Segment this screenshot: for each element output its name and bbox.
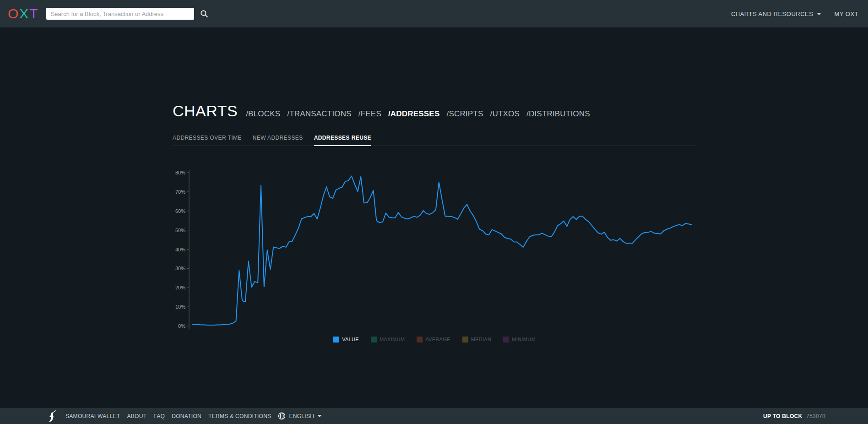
legend-swatch-value — [333, 337, 339, 342]
globe-icon — [278, 412, 286, 420]
section-link-scripts[interactable]: /SCRIPTS — [446, 109, 483, 119]
footer-link-about[interactable]: ABOUT — [127, 413, 146, 419]
logo-letter-o: O — [8, 6, 19, 21]
legend-item-average[interactable]: AVERAGE — [417, 337, 450, 342]
charts-and-resources-label: CHARTS AND RESOURCES — [731, 11, 814, 17]
legend-label-average: AVERAGE — [425, 337, 450, 342]
tab-addresses-reuse[interactable]: ADDRESSES REUSE — [314, 135, 371, 146]
legend-swatch-median — [462, 337, 468, 342]
legend-swatch-minimum — [503, 337, 509, 342]
line-chart-canvas[interactable]: 0%10%20%30%40%50%60%70%80% — [173, 164, 696, 334]
addresses-reuse-chart: 0%10%20%30%40%50%60%70%80% VALUE MAXIMUM… — [173, 164, 696, 342]
legend-label-value: VALUE — [342, 337, 359, 342]
search-input[interactable] — [46, 8, 194, 20]
oxt-logo[interactable]: OXT — [8, 7, 39, 21]
legend-item-median[interactable]: MEDIAN — [462, 337, 492, 342]
legend-label-minimum: MINIMUM — [512, 337, 536, 342]
language-label: ENGLISH — [289, 413, 314, 419]
footer-link-donation[interactable]: DONATION — [172, 413, 201, 419]
legend-label-maximum: MAXIMUM — [380, 337, 405, 342]
svg-text:50%: 50% — [175, 227, 185, 233]
main-content: CHARTS /BLOCKS /TRANSACTIONS /FEES /ADDR… — [0, 27, 868, 408]
section-link-utxos[interactable]: /UTXOS — [490, 109, 520, 119]
legend-swatch-average — [417, 337, 423, 342]
logo-letter-t: T — [29, 6, 38, 21]
svg-text:0%: 0% — [178, 323, 185, 329]
addresses-tabs: ADDRESSES OVER TIME NEW ADDRESSES ADDRES… — [173, 135, 696, 146]
section-link-addresses[interactable]: /ADDRESSES — [388, 109, 440, 119]
search-icon[interactable] — [200, 9, 209, 18]
svg-text:70%: 70% — [175, 189, 185, 194]
svg-text:80%: 80% — [175, 170, 185, 175]
legend-label-median: MEDIAN — [471, 337, 492, 342]
logo-letter-x: X — [19, 6, 29, 21]
footer-link-terms-conditions[interactable]: TERMS & CONDITIONS — [208, 413, 271, 419]
svg-text:40%: 40% — [175, 246, 185, 252]
charts-title-row: CHARTS /BLOCKS /TRANSACTIONS /FEES /ADDR… — [173, 102, 696, 120]
samourai-wallet-icon[interactable] — [47, 410, 57, 422]
chart-section-nav: /BLOCKS /TRANSACTIONS /FEES /ADDRESSES /… — [246, 109, 590, 119]
language-chevron-down-icon — [317, 415, 322, 417]
legend-swatch-maximum — [371, 337, 377, 342]
section-link-transactions[interactable]: /TRANSACTIONS — [287, 109, 352, 119]
charts-and-resources-menu[interactable]: CHARTS AND RESOURCES — [731, 11, 822, 17]
svg-text:10%: 10% — [175, 304, 185, 310]
footer-link-samourai-wallet[interactable]: SAMOURAI WALLET — [65, 413, 120, 419]
legend-item-maximum[interactable]: MAXIMUM — [371, 337, 405, 342]
tab-addresses-over-time[interactable]: ADDRESSES OVER TIME — [173, 135, 242, 146]
up-to-block: UP TO BLOCK 753070 — [763, 413, 825, 419]
section-link-distributions[interactable]: /DISTRIBUTIONS — [526, 109, 590, 119]
legend-item-value[interactable]: VALUE — [333, 337, 359, 342]
top-bar: OXT CHARTS AND RESOURCES MY OXT — [0, 0, 868, 27]
page-title: CHARTS — [173, 102, 238, 120]
bottom-bar: SAMOURAI WALLET ABOUT FAQ DONATION TERMS… — [0, 408, 868, 424]
svg-text:60%: 60% — [175, 208, 185, 213]
section-link-fees[interactable]: /FEES — [358, 109, 381, 119]
tab-new-addresses[interactable]: NEW ADDRESSES — [253, 135, 303, 146]
footer-link-faq[interactable]: FAQ — [153, 413, 165, 419]
up-to-block-number[interactable]: 753070 — [806, 413, 825, 419]
my-oxt-link[interactable]: MY OXT — [834, 11, 858, 17]
legend-item-minimum[interactable]: MINIMUM — [503, 337, 536, 342]
svg-text:20%: 20% — [175, 285, 185, 290]
up-to-block-label: UP TO BLOCK — [763, 413, 803, 419]
my-oxt-label: MY OXT — [834, 11, 858, 17]
section-link-blocks[interactable]: /BLOCKS — [246, 109, 280, 119]
chart-legend: VALUE MAXIMUM AVERAGE MEDIAN MINIMUM — [173, 337, 696, 342]
language-selector[interactable]: ENGLISH — [278, 412, 322, 420]
svg-text:30%: 30% — [175, 266, 185, 271]
chevron-down-icon — [817, 13, 821, 15]
